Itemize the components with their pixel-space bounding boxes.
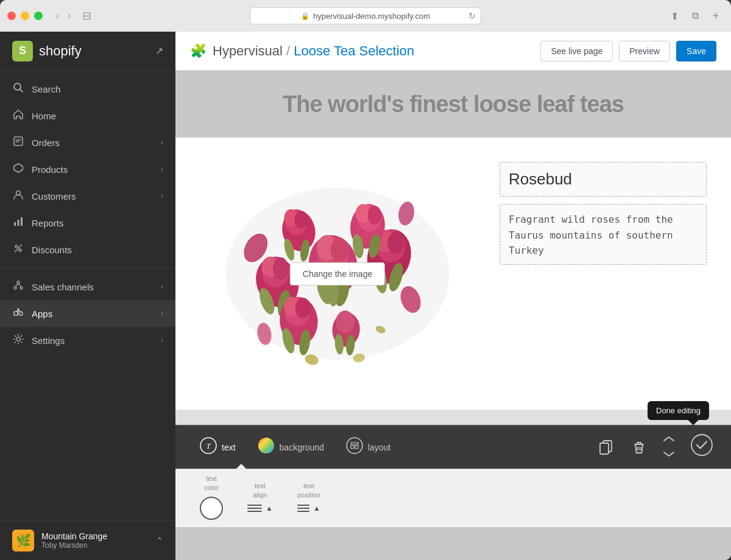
text-position-chevron-icon[interactable]: ▲	[313, 504, 320, 513]
url-text: hypervisual-demo.myshopify.com	[313, 12, 430, 21]
canvas-area: The world's finest loose leaf teas	[175, 71, 731, 560]
toolbar-tab-background[interactable]: background	[248, 432, 334, 462]
store-chevron-icon: ⌃	[156, 536, 163, 545]
canvas-preview: The world's finest loose leaf teas	[175, 71, 731, 425]
pos-line	[297, 511, 309, 512]
chevron-icon: ›	[161, 282, 163, 291]
toolbar-tab-layout[interactable]: layout	[336, 432, 400, 462]
align-line-3	[247, 511, 262, 512]
svg-rect-17	[14, 312, 18, 315]
sidebar-item-discounts[interactable]: Discounts	[0, 236, 175, 263]
store-switcher[interactable]: 🌿 Mountain Grange Toby Marsden ⌃	[0, 520, 175, 560]
editor-toolbar: T text background	[175, 425, 731, 469]
move-down-button[interactable]	[660, 447, 677, 461]
product-section: Change the image Fragrant wild roses fro…	[175, 138, 731, 410]
position-lines-icon	[297, 505, 309, 512]
svg-rect-72	[351, 443, 358, 444]
navigation-arrows: ‹ ›	[52, 9, 75, 23]
sidebar-header: S shopify ↗	[0, 32, 175, 71]
sidebar-navigation: Search Home Orders ›	[0, 71, 175, 520]
text-color-swatch[interactable]	[200, 497, 223, 520]
text-color-group: text color	[200, 474, 223, 520]
toolbar-tab-text[interactable]: T text	[190, 432, 245, 462]
sidebar-item-sales-channels[interactable]: Sales channels ›	[0, 273, 175, 300]
sidebar-item-label: Apps	[32, 309, 154, 319]
text-tab-label: text	[222, 443, 236, 452]
sidebar-item-apps[interactable]: Apps ›	[0, 300, 175, 327]
sidebar-item-settings[interactable]: Settings ›	[0, 327, 175, 354]
svg-point-54	[294, 211, 308, 228]
svg-point-11	[17, 281, 19, 284]
position-rows	[297, 505, 309, 506]
sidebar-item-search[interactable]: Search	[0, 75, 175, 102]
save-button[interactable]: Save	[676, 41, 716, 61]
svg-point-36	[387, 233, 404, 253]
maximize-button[interactable]	[34, 12, 43, 20]
change-image-button[interactable]: Change the image	[290, 262, 385, 285]
share-button[interactable]: ⬆	[666, 7, 683, 25]
titlebar: ‹ › ⊟ 🔒 hypervisual-demo.myshopify.com ↻…	[0, 0, 731, 32]
url-bar[interactable]: 🔒 hypervisual-demo.myshopify.com ↻	[250, 7, 481, 24]
sidebar-item-home[interactable]: Home	[0, 102, 175, 129]
minimize-button[interactable]	[21, 12, 29, 20]
text-align-control: ▲	[247, 504, 273, 513]
product-description-input[interactable]: Fragrant wild roses from the Taurus moun…	[500, 204, 707, 265]
search-icon	[12, 82, 24, 96]
external-link-icon[interactable]: ↗	[155, 45, 163, 57]
svg-rect-74	[355, 446, 358, 449]
done-editing-button[interactable]	[687, 430, 716, 464]
text-align-chevron-icon[interactable]: ▲	[266, 504, 273, 513]
svg-line-79	[641, 447, 641, 450]
customers-icon	[12, 189, 24, 203]
sub-toolbar: text color text align	[175, 469, 731, 527]
chevron-icon: ›	[161, 138, 163, 147]
svg-point-58	[336, 310, 355, 333]
pos-line	[297, 505, 309, 506]
svg-point-16	[19, 312, 23, 315]
close-button[interactable]	[7, 12, 16, 20]
reload-button[interactable]: ↻	[464, 11, 481, 21]
sidebar-toggle-button[interactable]: ⊟	[82, 9, 91, 23]
sidebar-item-customers[interactable]: Customers ›	[0, 183, 175, 209]
background-tab-icon	[258, 437, 275, 457]
svg-point-23	[331, 237, 348, 262]
sidebar-item-products[interactable]: Products ›	[0, 156, 175, 183]
move-buttons	[660, 433, 677, 461]
layout-tab-label: layout	[368, 443, 390, 452]
text-align-button[interactable]	[247, 505, 262, 512]
see-live-page-button[interactable]: See live page	[540, 41, 613, 61]
toolbar-actions: Done editing	[595, 430, 716, 464]
copy-button[interactable]	[595, 436, 618, 459]
shopify-bag-icon: S	[12, 41, 33, 61]
delete-button[interactable]	[627, 436, 651, 459]
align-lines-icon	[247, 505, 262, 512]
preview-button[interactable]: Preview	[619, 41, 670, 61]
svg-rect-2	[14, 137, 23, 145]
breadcrumb-separator: /	[286, 43, 294, 58]
background-tab-label: background	[280, 443, 324, 452]
sidebar-item-orders[interactable]: Orders ›	[0, 129, 175, 156]
store-info: Mountain Grange Toby Marsden	[41, 531, 149, 550]
svg-point-12	[14, 287, 16, 289]
move-up-button[interactable]	[660, 433, 677, 447]
page-header: 🧩 Hypervisual / Loose Tea Selection See …	[175, 32, 731, 71]
forward-button[interactable]: ›	[64, 9, 74, 23]
chevron-icon: ›	[161, 165, 163, 173]
settings-icon	[12, 334, 24, 347]
product-info: Fragrant wild roses from the Taurus moun…	[500, 162, 707, 267]
align-line-2	[247, 508, 262, 509]
text-position-button[interactable]	[297, 505, 309, 512]
sidebar-item-reports[interactable]: Reports	[0, 209, 175, 236]
svg-rect-6	[18, 220, 19, 226]
header-actions: See live page Preview Save	[540, 41, 716, 61]
svg-line-15	[18, 284, 21, 287]
position-rows	[297, 511, 309, 512]
svg-marker-3	[14, 164, 23, 172]
product-name-input[interactable]	[500, 162, 707, 197]
tabs-button[interactable]: ⧉	[687, 7, 704, 25]
svg-point-42	[295, 298, 311, 318]
product-image-area: Change the image	[200, 162, 475, 385]
new-tab-button[interactable]: +	[707, 7, 724, 25]
shopify-label: shopify	[39, 43, 82, 59]
back-button[interactable]: ‹	[52, 9, 63, 23]
